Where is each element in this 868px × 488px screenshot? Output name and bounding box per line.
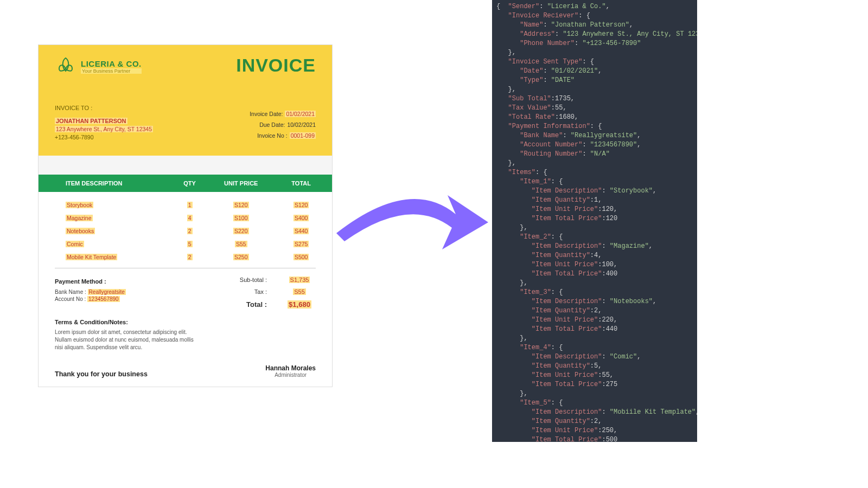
- item-qty: 2: [187, 254, 193, 260]
- item-desc: Notebooks: [66, 228, 95, 234]
- table-row: Storybook1S120S120: [39, 198, 332, 211]
- col-desc: ITEM DESCRIPTION: [39, 180, 168, 187]
- terms-block: Terms & Condition/Notes: Lorem ipsum dol…: [55, 319, 196, 351]
- brand-tagline: Your Business Partner: [81, 68, 142, 74]
- table-row: Comic5S55S275: [39, 237, 332, 251]
- subtotal-label: Sub-total :: [224, 277, 283, 283]
- signer-name: Hannah Morales: [265, 364, 316, 372]
- item-desc: Mobile Kit Template: [66, 254, 117, 260]
- item-desc: Storybook: [66, 202, 93, 208]
- json-code-panel: { "Sender": "Liceria & Co.", "Invoice Re…: [492, 0, 697, 442]
- item-qty: 2: [187, 228, 193, 234]
- total-value: $1,680: [288, 300, 311, 309]
- item-qty: 4: [187, 215, 193, 221]
- invoice-title: INVOICE: [236, 55, 316, 76]
- invoice-no-label: Invoice No :: [257, 132, 287, 139]
- item-unit: S100: [233, 215, 249, 221]
- item-total: S500: [293, 254, 309, 260]
- item-total: S400: [293, 215, 309, 221]
- items-table-header: ITEM DESCRIPTION QTY UNIT PRICE TOTAL: [39, 175, 332, 192]
- item-unit: S250: [233, 254, 249, 260]
- bottom-row: Thank you for your business Hannah Moral…: [55, 364, 316, 378]
- arrow-icon: [334, 184, 491, 260]
- recipient-name: JONATHAN PATTERSON: [55, 118, 127, 124]
- item-total: S275: [293, 241, 309, 247]
- invoice-meta: Invoice Date:01/02/2021 Due Date:10/02/2…: [250, 109, 316, 142]
- col-unit: UNIT PRICE: [212, 180, 270, 187]
- recipient-address: 123 Anywhere St., Any City, ST 12345: [55, 126, 153, 132]
- item-qty: 5: [187, 241, 193, 247]
- invoice-date-label: Invoice Date:: [250, 111, 283, 117]
- terms-title: Terms & Condition/Notes:: [55, 319, 196, 325]
- item-desc: Comic: [66, 241, 84, 247]
- summary-block: Payment Method : Bank Name : Reallygreat…: [55, 268, 316, 311]
- terms-body: Lorem ipsum dolor sit amet, consectetur …: [55, 329, 196, 351]
- spacer: [39, 156, 332, 175]
- table-row: Mobile Kit Template2S250S500: [39, 251, 332, 264]
- total-label: Total :: [224, 300, 283, 309]
- bank-label: Bank Name :: [55, 289, 86, 295]
- item-unit: S120: [233, 202, 249, 208]
- totals-block: Sub-total : S1,735 Tax : S55 Total : $1,…: [186, 274, 316, 311]
- items-table-body: Storybook1S120S120Magazine4S100S400Noteb…: [39, 192, 332, 268]
- tax-value: S55: [293, 288, 306, 295]
- bank-value: Reallygreatsite: [88, 289, 126, 295]
- thank-you-text: Thank you for your business: [55, 370, 148, 378]
- item-total: S120: [293, 202, 309, 208]
- item-unit: S55: [235, 241, 247, 247]
- due-date-value: 10/02/2021: [287, 121, 316, 128]
- invoice-no-value: 0001-099: [290, 132, 316, 139]
- item-qty: 1: [187, 202, 193, 208]
- col-qty: QTY: [168, 180, 212, 187]
- invoice-date-value: 01/02/2021: [285, 111, 316, 117]
- invoice-document: LICERIA & CO. Your Business Partner INVO…: [38, 44, 333, 387]
- col-total: TOTAL: [270, 180, 332, 187]
- leaf-icon: [55, 55, 76, 78]
- item-unit: S220: [233, 228, 249, 234]
- due-date-label: Due Date:: [259, 121, 285, 128]
- brand-name: LICERIA & CO.: [81, 59, 142, 68]
- account-value: 1234567890: [87, 296, 120, 302]
- item-total: S440: [293, 228, 309, 234]
- payment-method-block: Payment Method : Bank Name : Reallygreat…: [55, 274, 186, 311]
- subtotal-value: S1,735: [289, 277, 310, 283]
- invoice-header: LICERIA & CO. Your Business Partner INVO…: [39, 45, 332, 156]
- item-desc: Magazine: [66, 215, 93, 221]
- signature-block: Hannah Morales Administrator: [265, 364, 316, 378]
- tax-label: Tax :: [224, 288, 283, 295]
- table-row: Notebooks2S220S440: [39, 224, 332, 237]
- account-label: Account No :: [55, 296, 86, 302]
- signer-role: Administrator: [265, 372, 316, 378]
- payment-title: Payment Method :: [55, 278, 186, 285]
- table-row: Magazine4S100S400: [39, 211, 332, 224]
